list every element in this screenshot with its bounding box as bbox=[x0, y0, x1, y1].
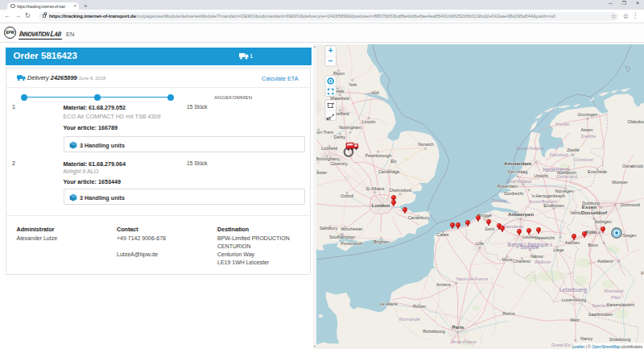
svg-text:Bonn: Bonn bbox=[588, 243, 598, 247]
svg-text:Luxembourg: Luxembourg bbox=[562, 297, 586, 302]
svg-text:Pfalz: Pfalz bbox=[611, 295, 621, 300]
svg-text:Chelmsford: Chelmsford bbox=[389, 188, 411, 193]
svg-text:Utrecht: Utrecht bbox=[534, 173, 548, 178]
svg-text:Rouen: Rouen bbox=[413, 304, 426, 309]
svg-text:Essen: Essen bbox=[582, 204, 597, 210]
svg-text:Dortmund: Dortmund bbox=[621, 202, 640, 207]
svg-text:Wallonie: Wallonie bbox=[535, 260, 551, 264]
svg-text:Den Haag: Den Haag bbox=[508, 169, 527, 174]
svg-text:Nottingham: Nottingham bbox=[339, 125, 361, 130]
svg-text:Drenthe: Drenthe bbox=[581, 134, 597, 139]
svg-text:Vlaanderen: Vlaanderen bbox=[502, 224, 523, 229]
svg-text:Leaflet | © OpenStreetMap cont: Leaflet | © OpenStreetMap contributors bbox=[572, 344, 642, 349]
svg-text:Münster: Münster bbox=[612, 180, 628, 185]
svg-text:Coventry: Coventry bbox=[330, 161, 348, 166]
svg-text:Enschede: Enschede bbox=[588, 169, 607, 174]
svg-text:Ely: Ely bbox=[390, 159, 397, 164]
svg-text:Brighton: Brighton bbox=[374, 239, 390, 244]
svg-text:Peterborough: Peterborough bbox=[365, 153, 392, 158]
svg-text:Apeldoorn: Apeldoorn bbox=[557, 170, 577, 175]
svg-text:St Albans: St Albans bbox=[366, 186, 385, 191]
svg-text:Siegen: Siegen bbox=[623, 233, 637, 238]
svg-text:Hull: Hull bbox=[371, 90, 378, 95]
svg-text:Köln: Köln bbox=[585, 229, 597, 235]
svg-text:London: London bbox=[372, 202, 390, 208]
svg-text:Stoke-on-Trent: Stoke-on-Trent bbox=[316, 130, 333, 135]
svg-text:Worcester: Worcester bbox=[316, 170, 327, 175]
svg-text:Normandie: Normandie bbox=[399, 317, 420, 322]
svg-text:Reims: Reims bbox=[502, 311, 515, 316]
svg-text:Southampton: Southampton bbox=[329, 235, 355, 239]
svg-text:York: York bbox=[349, 82, 357, 87]
svg-text:Paris: Paris bbox=[452, 324, 464, 330]
svg-text:Hauts-de-France: Hauts-de-France bbox=[456, 276, 488, 281]
svg-text:Norwich: Norwich bbox=[418, 142, 433, 147]
svg-text:Salisbury: Salisbury bbox=[320, 226, 337, 231]
svg-text:Calais: Calais bbox=[437, 232, 449, 237]
svg-text:Strasbourg: Strasbourg bbox=[609, 337, 630, 342]
svg-text:Maastricht: Maastricht bbox=[535, 235, 555, 240]
svg-text:Zwolle: Zwolle bbox=[567, 147, 580, 152]
svg-text:Namur: Namur bbox=[530, 254, 543, 259]
svg-text:Rotterdam: Rotterdam bbox=[497, 184, 518, 189]
svg-text:Frankfurt: Frankfurt bbox=[641, 271, 644, 276]
svg-text:Oldenburg: Oldenburg bbox=[627, 119, 644, 124]
svg-text:−: − bbox=[328, 56, 333, 65]
svg-text:Portsmouth: Portsmouth bbox=[341, 241, 363, 246]
svg-text:Solingen: Solingen bbox=[595, 219, 612, 224]
svg-text:Overijssel: Overijssel bbox=[574, 157, 593, 162]
svg-text:Canterbury: Canterbury bbox=[408, 215, 430, 220]
svg-text:Derby: Derby bbox=[334, 135, 346, 139]
svg-text:Noord-Holland: Noord-Holland bbox=[516, 146, 544, 151]
svg-text:'s-Hertogenbosch: 's-Hertogenbosch bbox=[531, 193, 565, 198]
svg-text:Koblenz: Koblenz bbox=[598, 259, 614, 264]
svg-text:Letzebuerg: Letzebuerg bbox=[559, 287, 587, 293]
svg-text:Düsseldorf: Düsseldorf bbox=[581, 210, 608, 215]
svg-text:Gent: Gent bbox=[485, 226, 494, 231]
svg-text:Belgien: Belgien bbox=[521, 244, 539, 251]
svg-text:Amsterdam: Amsterdam bbox=[504, 160, 532, 166]
svg-text:Mons: Mons bbox=[502, 257, 512, 262]
svg-text:Metz: Metz bbox=[570, 318, 580, 322]
svg-text:Venlo: Venlo bbox=[570, 210, 581, 215]
svg-text:Saarbrücken: Saarbrücken bbox=[588, 312, 613, 317]
svg-text:Oxford: Oxford bbox=[341, 193, 353, 198]
svg-text:Winchester: Winchester bbox=[341, 226, 363, 231]
svg-text:Fryslân: Fryslân bbox=[555, 122, 569, 127]
svg-text:Kaiserslautern: Kaiserslautern bbox=[607, 302, 634, 307]
svg-text:Lichfield: Lichfield bbox=[321, 146, 337, 151]
svg-text:Dordrecht: Dordrecht bbox=[504, 191, 523, 196]
svg-text:+: + bbox=[328, 46, 333, 55]
svg-text:Eindhoven: Eindhoven bbox=[543, 203, 564, 208]
svg-text:Rheinland-: Rheinland- bbox=[604, 289, 625, 293]
svg-text:Amiens: Amiens bbox=[436, 282, 451, 287]
svg-text:Charleroi: Charleroi bbox=[513, 259, 530, 264]
svg-text:Lille: Lille bbox=[476, 241, 484, 246]
svg-text:Osnabrück: Osnabrück bbox=[622, 164, 643, 168]
svg-text:Nijmegen: Nijmegen bbox=[555, 189, 574, 193]
svg-text:Zeeland: Zeeland bbox=[490, 198, 507, 203]
svg-text:Nancy: Nancy bbox=[580, 336, 593, 341]
svg-text:Richebourg: Richebourg bbox=[423, 329, 445, 334]
svg-text:Lincoln: Lincoln bbox=[361, 119, 375, 124]
svg-text:Aachen: Aachen bbox=[565, 240, 580, 245]
svg-text:Grand Est: Grand Est bbox=[551, 343, 571, 347]
svg-text:Antwerpen: Antwerpen bbox=[508, 211, 534, 217]
svg-text:Liège: Liège bbox=[553, 247, 564, 252]
svg-text:Île-de-France: Île-de-France bbox=[451, 339, 477, 344]
svg-text:Le Havre: Le Havre bbox=[380, 301, 398, 306]
svg-text:Flevoland: Flevoland bbox=[550, 152, 569, 157]
svg-text:Ripon: Ripon bbox=[333, 71, 345, 76]
svg-text:Assen: Assen bbox=[581, 127, 593, 132]
svg-text:Cambridge: Cambridge bbox=[378, 169, 399, 174]
svg-text:Groningen: Groningen bbox=[577, 112, 597, 117]
